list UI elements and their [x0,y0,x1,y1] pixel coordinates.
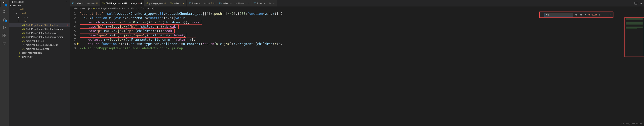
tab-status: 1, U [246,2,249,4]
minimap[interactable] [624,17,644,57]
breadcrumb-item[interactable]: Z [140,7,142,10]
breadcrumb-item[interactable]: build [73,7,78,10]
code-line[interactable]: 9//# sourceMappingURL=ChildPage1.ab4e82f… [70,46,644,50]
breadcrumb-item[interactable]: ChildPage1.ab4e82fb.chunk.js [96,7,126,10]
code-line[interactable]: 3 switch(e){case"div":r=(0,c.jsx)("div",… [70,20,644,25]
code-line[interactable]: 7 default:r=(0,c.jsx)(c.Fragment,{childr… [70,37,644,42]
file-icon: JS [22,28,25,30]
find-expand-icon[interactable]: › [541,13,543,16]
tree-item[interactable]: ▸css [8,15,70,19]
code-line[interactable]: 💡8 return function e(n){var s=n.type,a=n… [70,42,644,46]
chevron-down-icon: ▾ [10,4,11,7]
tree-label: static [22,12,70,15]
scm-badge: 9 [5,20,7,22]
tree-item[interactable]: ★favicon.ico [8,55,70,59]
tree-item[interactable]: JSChildPage2.4d3553e9.chunk.js.map [8,35,70,39]
editor-tab[interactable]: TSindex.tsx.../dashboard1, U [217,0,252,7]
search-icon[interactable] [2,9,7,14]
tree-label: main.7d033816.js.LICENSE.txt [26,44,70,46]
regex-icon[interactable]: .* [584,13,586,16]
extensions-icon[interactable] [2,33,7,38]
tree-item[interactable]: JSChildPage2.4d3553e9.chunk.js [8,31,70,35]
line-number: 7 [70,37,80,42]
tree-label: ChildPage1.ab4e82fb.chunk.js.map [26,28,70,30]
tree-item[interactable]: ▾js [8,19,70,23]
tree-label: main.7d033816.js [26,40,70,42]
file-type-icon: TS [219,2,222,4]
svg-rect-4 [3,34,4,35]
find-next-icon[interactable]: ↓ [602,13,604,16]
chevron-right-icon: › [126,7,127,10]
file-icon: ≡ [22,44,25,46]
breadcrumb-item[interactable]: 852 [131,7,135,10]
find-selection-icon[interactable]: ≡ [605,13,608,16]
line-number: 💡8 [70,42,80,46]
lightbulb-icon[interactable]: 💡 [76,42,79,46]
find-input[interactable] [544,13,573,17]
code-line[interactable]: 5 case"p":r=(0,c.jsx)("p",{children:n});… [70,29,644,33]
code-text: //# sourceMappingURL=ChildPage1.ab4e82fb… [80,46,183,50]
tree-label: build [19,8,70,11]
tree-label: favicon.ico [22,55,70,58]
tree-item[interactable]: {}asset-manifest.json [8,51,70,55]
find-close-icon[interactable]: ✕ [608,13,612,16]
split-editor-icon[interactable] [634,2,637,5]
editor-tab[interactable]: TSindex.tsx.../home [252,0,277,7]
line-number: 2 [70,16,80,20]
tree-item[interactable]: ▾build [8,7,70,11]
explorer-icon[interactable]: 1 [2,2,7,6]
chevron-icon: ▸ [18,16,20,18]
line-number: 4 [70,25,80,29]
editor-tab[interactable]: TSindex.tsx.../about2, U [186,0,217,7]
editor-tab[interactable]: {}package.jsonM [144,0,168,7]
code-text: return function e(n){var s=n.type,a=n.ch… [80,42,282,46]
editor-tab[interactable]: JSindex.jsM [168,0,187,7]
remote-icon[interactable] [2,41,7,46]
more-actions-icon[interactable]: ⋯ [640,2,642,5]
editor-tab[interactable]: JSChildPage1.ab4e82fb.chunk.js3 [100,0,144,7]
breadcrumb-item[interactable]: static [80,7,85,10]
breadcrumb-item[interactable]: js [88,7,90,10]
file-type-icon: {} [146,2,148,4]
tree-item[interactable]: JSmain.7d033816.js.map [8,47,70,51]
breadcrumb-item[interactable]: [ℯ] i [152,7,155,10]
tab-status: M [164,2,166,4]
source-control-icon[interactable]: 9 [2,17,7,22]
chevron-right-icon: › [86,7,87,10]
find-results: No results [588,14,597,16]
tab-label: index.tsx [192,2,202,5]
tree-item[interactable]: JSChildPage1.ab4e82fb.chunk.js3 [8,23,70,27]
file-type-icon: TS [189,2,191,4]
code-text: default:r=(0,c.jsx)(c.Fragment,{children… [80,37,196,42]
tab-status: 3 [138,2,140,4]
project-root[interactable]: ▾ CRA-APP [8,4,70,7]
tree-label: ChildPage1.ab4e82fb.chunk.js [26,24,67,27]
breadcrumb-item[interactable]: e [148,7,149,10]
find-prev-icon[interactable]: ↑ [598,13,601,16]
breadcrumb[interactable]: build›static›js›JSChildPage1.ab4e82fb.ch… [70,7,644,11]
match-word-icon[interactable]: ab [579,13,583,16]
code-line[interactable]: 6 case"span":r=(0,c.jsx)("span",{childre… [70,33,644,37]
svg-rect-7 [4,34,6,35]
tree-item[interactable]: ≡main.7d033816.js.LICENSE.txt [8,43,70,47]
chevron-right-icon: › [150,7,150,10]
tab-status: 2, U [211,2,214,4]
file-icon: JS [22,48,25,50]
chevron-icon: ▾ [18,20,20,22]
tab-path: .../about [203,2,210,4]
tab-actions: ⋯ [632,2,644,5]
sidebar-more-icon[interactable]: ⋯ [66,1,68,3]
editor-area: TSindex.tsx.../wrapperUJSChildPage1.ab4e… [70,0,644,126]
activity-bar: 1 9 [0,0,8,126]
editor-tab[interactable]: TSindex.tsx.../wrapperU [70,0,100,7]
line-number: 9 [70,46,80,50]
svg-point-0 [3,11,5,13]
tree-item[interactable]: JSChildPage1.ab4e82fb.chunk.js.map [8,27,70,31]
run-debug-icon[interactable] [2,25,7,30]
tab-label: package.json [149,2,163,5]
tree-item[interactable]: JSmain.7d033816.js [8,39,70,43]
code-line[interactable]: 4 case"h1":r=(0,c.jsx)("h1",{children:n}… [70,25,644,29]
match-case-icon[interactable]: Aa [574,13,578,16]
tree-item[interactable]: ▾static [8,11,70,15]
svg-rect-6 [4,36,6,37]
